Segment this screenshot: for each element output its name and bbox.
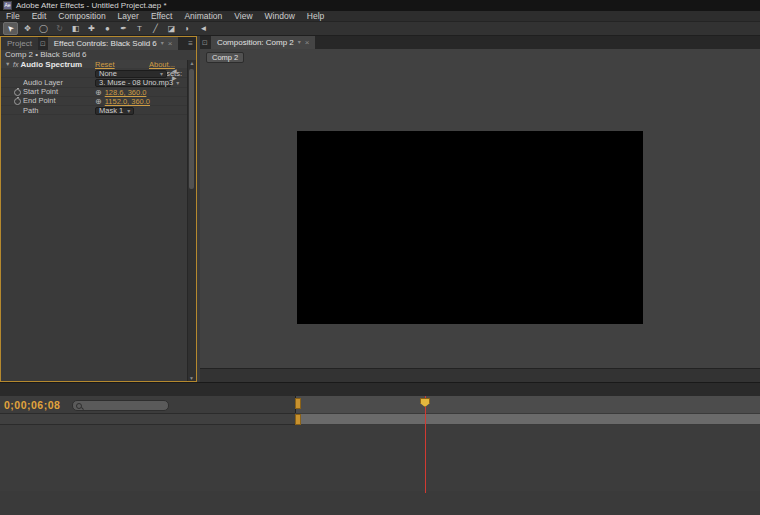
tab-composition[interactable]: Composition: Comp 2 ▾ × bbox=[211, 36, 316, 49]
menu-composition[interactable]: Composition bbox=[58, 11, 105, 21]
eraser-tool[interactable]: ◗ bbox=[181, 23, 194, 34]
property-dropdown[interactable]: Mask 1▾ bbox=[95, 107, 134, 115]
camera-tool-glyph: ◧ bbox=[72, 24, 80, 33]
property-dropdown[interactable]: 3. Muse - 08 Uno.mp3▾ bbox=[95, 79, 171, 87]
zoom-tool-glyph: ◯ bbox=[39, 24, 48, 33]
menu-file[interactable]: File bbox=[6, 11, 20, 21]
effect-controls-panel: Project ⊡ Effect Controls: Black Solid 6… bbox=[0, 36, 197, 382]
stopwatch-icon bbox=[13, 106, 23, 115]
clone-stamp-tool[interactable]: ◪ bbox=[165, 23, 178, 34]
effect-expand-icon[interactable]: ▼ bbox=[5, 61, 13, 67]
viewer-lock-icon[interactable]: ⊡ bbox=[202, 36, 208, 49]
menu-edit[interactable]: Edit bbox=[32, 11, 47, 21]
rotation-tool[interactable]: ↻ bbox=[53, 23, 66, 34]
property-dropdown-value: Mask 1 bbox=[99, 106, 123, 115]
shape-tool-glyph: ● bbox=[105, 24, 110, 33]
panel-menu-icon[interactable]: ≡ bbox=[188, 37, 196, 50]
effect-reset-link[interactable]: Reset bbox=[95, 60, 115, 69]
tools-toolbar: ➤✥◯↻◧✚●✒T╱◪◗◄ bbox=[0, 22, 760, 36]
tab-effect-controls[interactable]: Effect Controls: Black Solid 6 ▾ × bbox=[48, 37, 179, 50]
clone-stamp-tool-glyph: ◪ bbox=[168, 24, 176, 33]
scroll-down-icon[interactable]: ▼ bbox=[189, 375, 194, 381]
stopwatch-icon[interactable] bbox=[13, 96, 23, 105]
panel-lock-icon[interactable]: ⊡ bbox=[40, 37, 46, 50]
composition-tab-close-icon[interactable]: × bbox=[305, 36, 310, 49]
pen-tool[interactable]: ✒ bbox=[117, 23, 130, 34]
current-time-indicator-line[interactable] bbox=[425, 396, 426, 493]
timeline-footer bbox=[0, 491, 760, 515]
stopwatch-icon bbox=[13, 78, 23, 87]
property-dropdown[interactable]: None▾ bbox=[95, 70, 167, 78]
property-dropdown-arrow-icon: ▾ bbox=[176, 79, 179, 86]
pan-behind-tool-glyph: ✚ bbox=[88, 24, 95, 33]
point-picker-icon[interactable]: ⊕ bbox=[95, 97, 102, 106]
tab-composition-label: Composition: Comp 2 bbox=[217, 36, 294, 49]
work-area-start-handle[interactable] bbox=[295, 398, 301, 409]
app-icon: Ae bbox=[3, 1, 12, 10]
viewer-controls-bar bbox=[200, 368, 760, 382]
timeline-tabbar bbox=[0, 383, 760, 396]
brush-tool[interactable]: ╱ bbox=[149, 23, 162, 34]
zoom-tool[interactable]: ◯ bbox=[37, 23, 50, 34]
composition-tabbar: ⊡ Composition: Comp 2 ▾ × bbox=[200, 36, 760, 49]
composition-frame[interactable] bbox=[297, 131, 643, 324]
effect-name: Audio Spectrum bbox=[20, 60, 82, 69]
effect-row: PathMask 1▾ bbox=[1, 106, 188, 115]
effect-about-link[interactable]: About... bbox=[149, 60, 175, 69]
fx-badge-icon: fx bbox=[13, 61, 18, 68]
menu-layer[interactable]: Layer bbox=[118, 11, 139, 21]
selection-tool-glyph: ➤ bbox=[4, 22, 17, 35]
brush-tool-glyph: ╱ bbox=[153, 24, 158, 33]
type-tool-glyph: T bbox=[137, 24, 142, 33]
point-picker-icon[interactable]: ⊕ bbox=[95, 88, 102, 97]
eraser-tool-glyph: ◗ bbox=[185, 24, 190, 33]
pan-behind-tool[interactable]: ✚ bbox=[85, 23, 98, 34]
pen-tool-glyph: ✒ bbox=[120, 24, 127, 33]
time-ruler[interactable] bbox=[295, 396, 760, 413]
scroll-up-icon[interactable]: ▲ bbox=[190, 60, 195, 66]
after-effects-window: Ae Adobe After Effects - Untitled Projec… bbox=[0, 0, 760, 515]
hand-tool[interactable]: ✥ bbox=[21, 23, 34, 34]
camera-tool[interactable]: ◧ bbox=[69, 23, 82, 34]
menu-animation[interactable]: Animation bbox=[184, 11, 222, 21]
menu-window[interactable]: Window bbox=[265, 11, 295, 21]
timeline-controls: 0;00;06;08 bbox=[0, 396, 295, 413]
menu-help[interactable]: Help bbox=[307, 11, 324, 21]
menu-view[interactable]: View bbox=[234, 11, 252, 21]
stopwatch-icon bbox=[13, 69, 23, 78]
timeline-panel: 0;00;06;08 bbox=[0, 382, 760, 515]
composition-crumb[interactable]: Comp 2 bbox=[206, 52, 244, 63]
property-dropdown-arrow-icon: ▾ bbox=[127, 107, 130, 114]
stopwatch-icon[interactable] bbox=[13, 87, 23, 96]
puppet-pin-tool-glyph: ◄ bbox=[200, 24, 208, 33]
tab-close-icon[interactable]: × bbox=[168, 37, 173, 50]
titlebar: Ae Adobe After Effects - Untitled Projec… bbox=[0, 0, 760, 11]
property-value[interactable]: 128.6, 360.0 bbox=[105, 88, 147, 97]
composition-panel: ⊡ Composition: Comp 2 ▾ × Comp 2 bbox=[200, 36, 760, 382]
property-dropdown-arrow-icon: ▾ bbox=[160, 70, 163, 77]
timeline-column-headers bbox=[0, 413, 295, 425]
selection-tool[interactable]: ➤ bbox=[3, 22, 18, 35]
tab-dropdown-icon[interactable]: ▾ bbox=[161, 37, 164, 50]
window-title: Adobe After Effects - Untitled Project.a… bbox=[16, 1, 167, 10]
type-tool[interactable]: T bbox=[133, 23, 146, 34]
hand-tool-glyph: ✥ bbox=[24, 24, 31, 33]
property-dropdown-value: None bbox=[99, 69, 117, 78]
property-value[interactable]: 1152.0, 360.0 bbox=[105, 97, 150, 106]
work-area-bar[interactable] bbox=[295, 413, 760, 425]
property-dropdown-value: 3. Muse - 08 Uno.mp3 bbox=[99, 78, 173, 87]
tab-project[interactable]: Project bbox=[1, 37, 38, 50]
tab-effect-controls-label: Effect Controls: Black Solid 6 bbox=[54, 37, 157, 50]
shape-tool[interactable]: ● bbox=[101, 23, 114, 34]
puppet-pin-tool[interactable]: ◄ bbox=[197, 23, 210, 34]
effect-panel-tabbar: Project ⊡ Effect Controls: Black Solid 6… bbox=[1, 37, 196, 50]
timeline-search-input[interactable] bbox=[72, 400, 169, 411]
comp-marker-bin[interactable] bbox=[295, 414, 301, 425]
scrollbar-thumb[interactable] bbox=[189, 69, 194, 189]
composition-viewport: Comp 2 bbox=[200, 49, 760, 368]
current-time-display[interactable]: 0;00;06;08 bbox=[4, 399, 60, 411]
composition-tab-dropdown-icon[interactable]: ▾ bbox=[298, 36, 301, 49]
effect-property-list: ▼fxAudio SpectrumResetAbout...Animation … bbox=[1, 60, 188, 381]
effect-panel-scrollbar[interactable]: ▲ ▼ bbox=[187, 60, 196, 381]
menu-effect[interactable]: Effect bbox=[151, 11, 173, 21]
